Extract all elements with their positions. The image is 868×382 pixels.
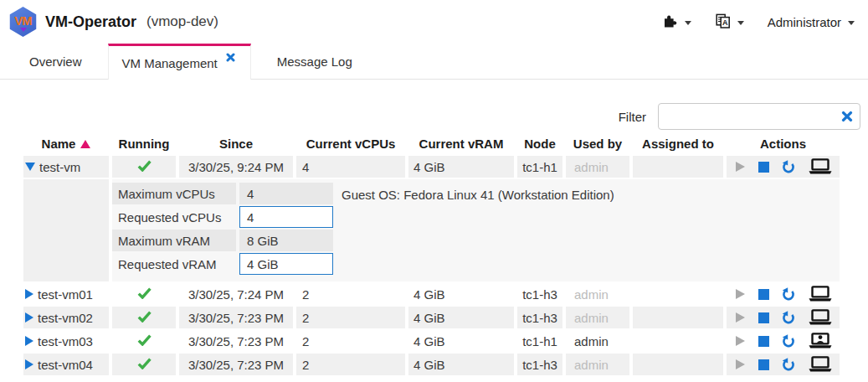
column-header-assigned-to[interactable]: Assigned to — [633, 132, 723, 154]
column-header-node[interactable]: Node — [517, 132, 562, 154]
current-vram-value: 4 GiB — [408, 307, 514, 328]
reset-icon[interactable] — [781, 159, 796, 174]
since-value: 3/30/25, 7:24 PM — [179, 283, 293, 305]
table-row: test-vm02 3/30/25, 7:23 PM 2 4 GiB tc1-h… — [23, 307, 840, 328]
property-label: Requested vCPUs — [112, 206, 236, 228]
start-icon[interactable] — [733, 160, 747, 173]
clear-filter-icon[interactable] — [841, 111, 853, 122]
node-value: tc1-h1 — [517, 156, 562, 178]
current-vram-value: 4 GiB — [408, 354, 514, 375]
stop-icon[interactable] — [758, 289, 769, 300]
vm-operator-logo-icon: VM — [8, 7, 38, 37]
reset-icon[interactable] — [781, 333, 796, 348]
table-header-row: Name Running Since Current vCPUs Current… — [23, 132, 840, 154]
chevron-down-icon — [685, 21, 691, 25]
node-value: tc1-h1 — [517, 330, 562, 352]
table-row: test-vm01 3/30/25, 7:24 PM 2 4 GiB tc1-h… — [23, 283, 840, 305]
user-menu-button[interactable]: Administrator — [768, 15, 855, 29]
chevron-down-icon — [848, 21, 855, 25]
top-bar-menus: A Administrator — [664, 13, 855, 31]
current-vcpus-value: 4 — [296, 156, 405, 178]
expand-row-icon[interactable] — [25, 312, 33, 323]
app-title: VM-Operator — [45, 13, 136, 31]
running-check-icon — [137, 334, 152, 348]
column-header-name[interactable]: Name — [23, 132, 109, 154]
vm-name: test-vm01 — [38, 287, 93, 302]
start-icon[interactable] — [733, 334, 747, 348]
console-icon[interactable] — [808, 158, 833, 175]
running-check-icon — [137, 287, 152, 302]
used-by-value: admin — [566, 283, 629, 305]
used-by-value: admin — [566, 307, 629, 328]
vm-name: test-vm02 — [38, 311, 93, 325]
current-vram-value: 4 GiB — [408, 330, 514, 352]
start-icon[interactable] — [733, 311, 747, 324]
console-icon[interactable] — [808, 309, 833, 326]
app-subtitle: (vmop-dev) — [146, 13, 218, 30]
vm-table: Name Running Since Current vCPUs Current… — [20, 131, 843, 377]
since-value: 3/30/25, 7:23 PM — [179, 307, 293, 328]
console-in-use-icon[interactable] — [808, 333, 833, 349]
column-header-current-vcpus[interactable]: Current vCPUs — [296, 132, 405, 154]
start-icon[interactable] — [733, 358, 747, 371]
used-by-value: admin — [566, 330, 629, 352]
start-icon[interactable] — [733, 287, 747, 301]
used-by-value: admin — [566, 156, 629, 178]
requested-vram-input[interactable] — [239, 253, 333, 275]
column-header-since[interactable]: Since — [179, 132, 293, 154]
filter-box — [658, 103, 860, 130]
column-header-running[interactable]: Running — [112, 132, 176, 154]
expand-row-icon[interactable] — [25, 289, 33, 299]
filter-input[interactable] — [658, 103, 860, 130]
puzzle-icon — [664, 14, 678, 30]
column-header-current-vram[interactable]: Current vRAM — [408, 132, 514, 154]
running-check-icon — [137, 358, 152, 372]
current-vram-value: 4 GiB — [408, 283, 514, 305]
components-menu-button[interactable] — [664, 14, 691, 30]
expand-row-icon[interactable] — [25, 336, 33, 346]
assigned-to-value — [633, 330, 723, 352]
node-value: tc1-h3 — [517, 354, 562, 375]
current-vcpus-value: 2 — [296, 354, 405, 375]
table-row: test-vm04 3/30/25, 7:23 PM 2 4 GiB tc1-h… — [23, 354, 840, 375]
assigned-to-value — [633, 283, 723, 305]
close-tab-icon[interactable] — [226, 53, 235, 62]
reset-icon[interactable] — [781, 310, 796, 325]
reset-icon[interactable] — [781, 286, 796, 302]
current-vcpus-value: 2 — [296, 283, 405, 305]
expand-row-icon[interactable] — [25, 359, 33, 369]
since-value: 3/30/25, 9:24 PM — [179, 156, 293, 178]
running-check-icon — [137, 160, 152, 174]
since-value: 3/30/25, 7:23 PM — [179, 330, 293, 352]
requested-vcpus-input[interactable] — [239, 206, 333, 228]
tab-overview[interactable]: Overview — [8, 44, 103, 79]
reset-icon[interactable] — [781, 357, 796, 372]
chevron-down-icon — [737, 21, 744, 25]
collapse-row-icon[interactable] — [25, 163, 35, 171]
tab-message-log[interactable]: Message Log — [256, 44, 373, 79]
vm-properties: Maximum vCPUs 4 Requested vCPUs Maximum … — [112, 183, 333, 275]
vm-detail-panel: Maximum vCPUs 4 Requested vCPUs Maximum … — [112, 179, 840, 281]
assigned-to-value — [633, 156, 723, 178]
property-label: Maximum vRAM — [112, 230, 236, 251]
stop-icon[interactable] — [758, 359, 769, 370]
top-bar: VM VM-Operator (vmop-dev) A Adm — [0, 0, 868, 44]
tab-bar: Overview VM Management Message Log — [0, 44, 868, 80]
filter-label: Filter — [619, 110, 646, 124]
property-label: Maximum vCPUs — [112, 183, 236, 204]
maximum-vram-value: 8 GiB — [239, 230, 333, 251]
assigned-to-value — [633, 307, 723, 328]
node-value: tc1-h3 — [517, 307, 562, 328]
stop-icon[interactable] — [758, 312, 769, 323]
stop-icon[interactable] — [758, 162, 769, 173]
vm-name: test-vm04 — [38, 358, 93, 372]
vm-name: test-vm — [39, 160, 80, 174]
tab-vm-management[interactable]: VM Management — [108, 44, 251, 80]
console-icon[interactable] — [808, 356, 833, 373]
current-vcpus-value: 2 — [296, 307, 405, 328]
language-menu-button[interactable]: A — [715, 13, 744, 31]
stop-icon[interactable] — [758, 336, 769, 347]
assigned-to-value — [633, 354, 723, 375]
console-icon[interactable] — [808, 286, 833, 302]
column-header-used-by[interactable]: Used by — [566, 132, 629, 154]
